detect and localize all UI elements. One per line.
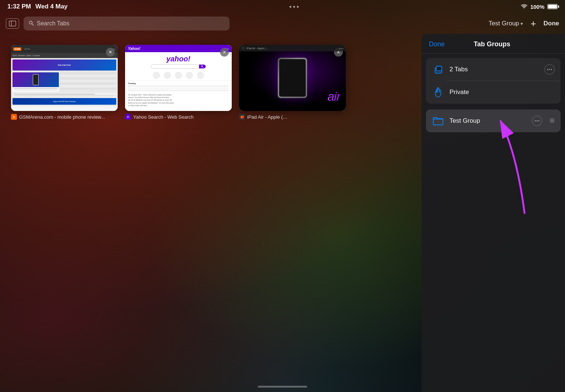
panel-list: 2 Tabs bbox=[422, 54, 565, 143]
panel-item-private[interactable]: Private bbox=[426, 81, 561, 104]
panel-item-label-private: Private bbox=[449, 89, 555, 96]
tab-label-gsmarena: G GSMArena.com - mobile phone review... bbox=[11, 114, 118, 120]
status-time: 1:32 PM bbox=[7, 3, 31, 10]
panel-done-button[interactable]: Done bbox=[429, 40, 445, 48]
tab-title-gsmarena: GSMArena.com - mobile phone review... bbox=[19, 114, 105, 120]
panel-item-more-2tabs[interactable] bbox=[544, 64, 555, 75]
tab-card-ipad[interactable]: ✕ ⚫ iPad Air - Apple (… ●●● air 🍎 iPad A… bbox=[239, 45, 346, 120]
toolbar: Search Tabs Test Group ▾ + Done bbox=[0, 13, 565, 34]
tab-groups-panel: Done Tab Groups 2 Tabs bbox=[422, 34, 565, 392]
toolbar-right: Test Group ▾ + Done bbox=[488, 19, 559, 28]
status-right: 100% bbox=[521, 4, 558, 10]
tab-label-ipad: 🍎 iPad Air - Apple (… bbox=[239, 114, 346, 120]
tab-title-yahoo: Yahoo Search - Web Search bbox=[133, 114, 193, 120]
tab-thumbnail-gsmarena: ✕ GSM arena ●●● News Reviews Specs Compa… bbox=[11, 45, 118, 111]
search-icon bbox=[29, 21, 34, 27]
svg-point-8 bbox=[547, 69, 548, 70]
svg-rect-0 bbox=[9, 21, 16, 26]
svg-point-4 bbox=[201, 65, 203, 67]
svg-point-13 bbox=[539, 121, 540, 122]
wifi-icon bbox=[521, 4, 527, 9]
sidebar-button[interactable] bbox=[6, 18, 19, 29]
panel-item-icon-2tabs bbox=[432, 63, 444, 76]
dot-3 bbox=[297, 6, 299, 8]
svg-point-9 bbox=[549, 69, 550, 70]
panel-item-testgroup[interactable]: Test Group bbox=[426, 109, 561, 132]
status-bar: 1:32 PM Wed 4 May 100% bbox=[0, 0, 565, 13]
home-indicator bbox=[258, 386, 307, 388]
dot-2 bbox=[293, 6, 295, 8]
tab-close-gsmarena[interactable]: ✕ bbox=[106, 48, 115, 57]
chevron-down-icon: ▾ bbox=[520, 21, 523, 26]
panel-section-default: 2 Tabs bbox=[426, 58, 561, 104]
tab-card-gsmarena[interactable]: ✕ GSM arena ●●● News Reviews Specs Compa… bbox=[11, 45, 118, 120]
drag-handle-icon bbox=[550, 118, 555, 124]
group-name: Test Group bbox=[488, 20, 519, 27]
svg-line-5 bbox=[203, 67, 204, 68]
sidebar-icon bbox=[9, 21, 16, 26]
panel-item-more-testgroup[interactable] bbox=[532, 116, 542, 126]
tab-thumbnail-ipad: ✕ ⚫ iPad Air - Apple (… ●●● air bbox=[239, 45, 346, 111]
panel-header: Done Tab Groups bbox=[422, 34, 565, 54]
status-center-dots bbox=[289, 6, 299, 8]
group-selector[interactable]: Test Group ▾ bbox=[488, 20, 523, 27]
favicon-ipad: 🍎 bbox=[239, 114, 245, 120]
panel-item-icon-private bbox=[432, 86, 444, 98]
tab-card-yahoo[interactable]: ✕ Yahoo! ●●● yahoo! bbox=[125, 45, 232, 120]
svg-rect-7 bbox=[436, 66, 442, 71]
svg-point-10 bbox=[551, 69, 552, 70]
search-bar[interactable]: Search Tabs bbox=[24, 17, 230, 30]
tab-close-yahoo[interactable]: ✕ bbox=[220, 48, 229, 57]
panel-item-icon-testgroup bbox=[432, 115, 444, 127]
favicon-gsmarena: G bbox=[11, 114, 17, 120]
svg-line-3 bbox=[32, 24, 33, 25]
svg-point-11 bbox=[535, 121, 536, 122]
battery-fill bbox=[548, 5, 557, 8]
panel-item-label-2tabs: 2 Tabs bbox=[449, 66, 539, 73]
tabs-area: ✕ GSM arena ●●● News Reviews Specs Compa… bbox=[0, 34, 422, 377]
favicon-yahoo: Y! bbox=[125, 114, 131, 120]
done-button[interactable]: Done bbox=[544, 20, 559, 27]
add-tab-button[interactable]: + bbox=[530, 19, 536, 28]
panel-title: Tab Groups bbox=[474, 40, 511, 48]
status-date: Wed 4 May bbox=[35, 3, 68, 10]
battery-percentage: 100% bbox=[530, 4, 544, 10]
battery-icon bbox=[547, 4, 558, 9]
tab-label-yahoo: Y! Yahoo Search - Web Search bbox=[125, 114, 232, 120]
dot-1 bbox=[289, 6, 291, 8]
tab-thumbnail-yahoo: ✕ Yahoo! ●●● yahoo! bbox=[125, 45, 232, 111]
panel-item-2tabs[interactable]: 2 Tabs bbox=[426, 58, 561, 81]
svg-point-12 bbox=[537, 121, 538, 122]
search-placeholder: Search Tabs bbox=[37, 20, 70, 27]
tab-title-ipad: iPad Air - Apple (… bbox=[247, 114, 288, 120]
panel-item-label-testgroup: Test Group bbox=[449, 117, 527, 125]
panel-section-testgroup: Test Group bbox=[426, 109, 561, 132]
